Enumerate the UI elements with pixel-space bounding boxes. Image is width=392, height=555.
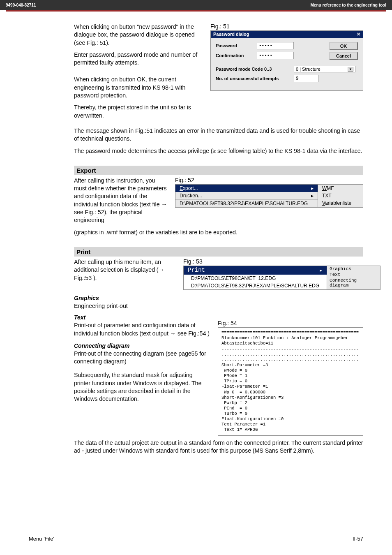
header-code: 9499-040-82711 (6, 3, 36, 7)
intro-p6: The password mode determines the access … (74, 147, 363, 155)
export-menu: EExport...xport...▸ Drucken...▸ D:\PMATO… (175, 184, 363, 208)
password-label: Password (216, 43, 257, 48)
cancel-button[interactable]: Cancel (329, 52, 358, 60)
print-path-2[interactable]: D:\PMATOOLS\ET98.32\PRJ\EXAMPLE\SCHALTUR… (184, 282, 327, 289)
intro-p3: When clicking on button OK, the current … (74, 76, 203, 99)
graphics-heading: Graphics (74, 295, 363, 301)
accent-line (6, 10, 386, 12)
submenu-connecting[interactable]: Connecting diagram (327, 278, 380, 288)
connecting-text: Print-out of the connecting diagram (see… (74, 350, 210, 366)
submenu-graphics[interactable]: Graphics (327, 266, 380, 272)
intro-p4: Thereby, the project stored in the unit … (74, 104, 203, 120)
text-heading: Text (74, 314, 210, 321)
print-text: After calling up this menu item, an addi… (74, 258, 177, 282)
export-submenu: WMF TXT Variablenliste (318, 185, 363, 207)
submenu-text[interactable]: Text (327, 272, 380, 278)
dialog-title-text: Password dialog (213, 32, 249, 37)
intro-p5: The message shown in Fig.:51 indicates a… (74, 127, 363, 143)
submenu-variablenliste[interactable]: Variablenliste (318, 199, 363, 207)
fig54-label: Fig.: 54 (218, 320, 363, 326)
attempts-input[interactable]: 9 (294, 75, 318, 82)
intro-p2: Enter password, password mode and number… (74, 51, 203, 67)
export-text: After calling this instruction, you must… (74, 177, 168, 224)
menu-item-export[interactable]: EExport...xport...▸ (175, 185, 318, 192)
confirmation-input[interactable]: ••••• (257, 52, 294, 59)
mode-value: 0 | Structure (296, 67, 321, 72)
export-after: (graphics in .wmf format) or the variabl… (74, 229, 363, 236)
graphics-text: Engineering print-out (74, 302, 363, 310)
menu-item-print[interactable]: Print▸ (184, 266, 327, 275)
footer-left: Menu 'File' (29, 536, 54, 542)
dialog-titlebar: Password dialog ✕ (211, 31, 363, 38)
print-path-1[interactable]: D:\PMATOOLS\ET98CAN\ET_12.EDG (184, 275, 327, 282)
fig51-label: Fig.: 51 (210, 23, 363, 30)
mode-label: Password mode Code 0..3 (216, 67, 294, 72)
fig53-label: Fig.: 53 (183, 258, 380, 265)
closing-text: The data of the actual project are outpu… (74, 439, 363, 455)
text-body: Print-out of parameter and configuration… (74, 321, 210, 338)
connecting-heading: Connecting diagram (74, 342, 210, 349)
connecting-after: Subsequently, the standard mask for adju… (74, 371, 210, 403)
confirmation-label: Confirmation (216, 53, 257, 58)
intro-p1: When clicking on button "new password" i… (74, 23, 203, 47)
print-heading: Print (74, 247, 363, 257)
footer-right: II-57 (353, 536, 363, 542)
print-menu: Print▸ D:\PMATOOLS\ET98CAN\ET_12.EDG D:\… (183, 266, 380, 290)
header-title: Menu reference to the engineering tool (311, 3, 386, 7)
mode-combo[interactable]: 0 | Structure ▼ (294, 66, 355, 72)
chevron-right-icon: ▸ (319, 267, 323, 274)
chevron-right-icon: ▸ (311, 185, 314, 191)
chevron-right-icon: ▸ (311, 193, 314, 199)
submenu-txt[interactable]: TXT (318, 192, 363, 199)
fig54-code: ========================================… (218, 327, 363, 435)
menu-recent-path[interactable]: D:\PMATOOLS\ET98.32\PRJ\EXAMPLE\SCHALTUR… (175, 199, 318, 207)
submenu-wmf[interactable]: WMF (318, 185, 363, 192)
close-icon[interactable]: ✕ (357, 32, 360, 37)
menu-item-drucken[interactable]: Drucken...▸ (175, 192, 318, 199)
export-heading: Export (74, 166, 363, 175)
footer: Menu 'File' II-57 (29, 533, 363, 542)
attempts-label: No. of unsuccessful attempts (216, 76, 294, 81)
fig52-label: Fig.: 52 (175, 177, 363, 183)
print-submenu: Graphics Text Connecting diagram (327, 266, 380, 289)
ok-button[interactable]: OK (329, 42, 358, 50)
header-bar: 9499-040-82711 Menu reference to the eng… (0, 0, 392, 10)
chevron-down-icon[interactable]: ▼ (348, 67, 353, 72)
password-dialog: Password dialog ✕ Password ••••• Confirm… (210, 30, 363, 91)
password-input[interactable]: ••••• (257, 42, 294, 49)
